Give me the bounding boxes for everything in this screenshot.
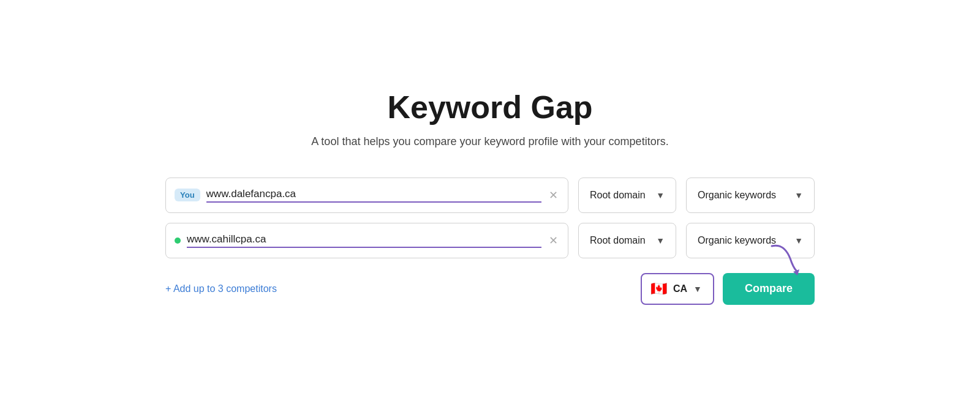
- row-1: You ✕ Root domain ▼ Organic keywords ▼: [165, 178, 815, 213]
- domain-input-wrapper-1: You ✕: [165, 178, 568, 213]
- domain-input-2[interactable]: [187, 233, 541, 248]
- bottom-row: + Add up to 3 competitors 🇨🇦 CA ▼ Compar…: [165, 273, 815, 305]
- compare-label: Compare: [745, 282, 793, 294]
- keyword-type-label-2: Organic keywords: [698, 235, 776, 246]
- green-dot-icon: [175, 238, 181, 244]
- keyword-type-label-1: Organic keywords: [698, 190, 776, 201]
- chevron-down-icon-5: ▼: [693, 284, 702, 294]
- keyword-type-dropdown-1[interactable]: Organic keywords ▼: [686, 178, 815, 213]
- form-area: You ✕ Root domain ▼ Organic keywords ▼ ✕…: [165, 178, 815, 305]
- country-selector[interactable]: 🇨🇦 CA ▼: [641, 273, 714, 305]
- domain-type-dropdown-2[interactable]: Root domain ▼: [578, 223, 676, 258]
- you-badge: You: [175, 189, 200, 201]
- chevron-down-icon-2: ▼: [794, 190, 803, 200]
- country-code-label: CA: [673, 283, 687, 294]
- curved-arrow-icon: [766, 240, 802, 277]
- clear-button-1[interactable]: ✕: [548, 187, 559, 203]
- add-competitors-button[interactable]: + Add up to 3 competitors: [165, 283, 277, 294]
- page-subtitle: A tool that helps you compare your keywo…: [311, 135, 668, 148]
- domain-input-1[interactable]: [206, 188, 541, 203]
- page-container: Keyword Gap A tool that helps you compar…: [153, 64, 827, 329]
- domain-type-dropdown-1[interactable]: Root domain ▼: [578, 178, 676, 213]
- row-2: ✕ Root domain ▼ Organic keywords ▼: [165, 223, 815, 258]
- page-title: Keyword Gap: [387, 89, 592, 125]
- chevron-down-icon-3: ▼: [656, 236, 665, 245]
- flag-icon: 🇨🇦: [650, 281, 667, 297]
- clear-button-2[interactable]: ✕: [548, 233, 559, 249]
- chevron-down-icon-1: ▼: [656, 190, 665, 200]
- domain-input-wrapper-2: ✕: [165, 223, 568, 258]
- add-competitors-label: + Add up to 3 competitors: [165, 283, 277, 294]
- domain-type-label-2: Root domain: [590, 235, 646, 246]
- bottom-right: 🇨🇦 CA ▼ Compare: [641, 273, 815, 305]
- domain-type-label-1: Root domain: [590, 190, 646, 201]
- compare-button[interactable]: Compare: [723, 273, 815, 305]
